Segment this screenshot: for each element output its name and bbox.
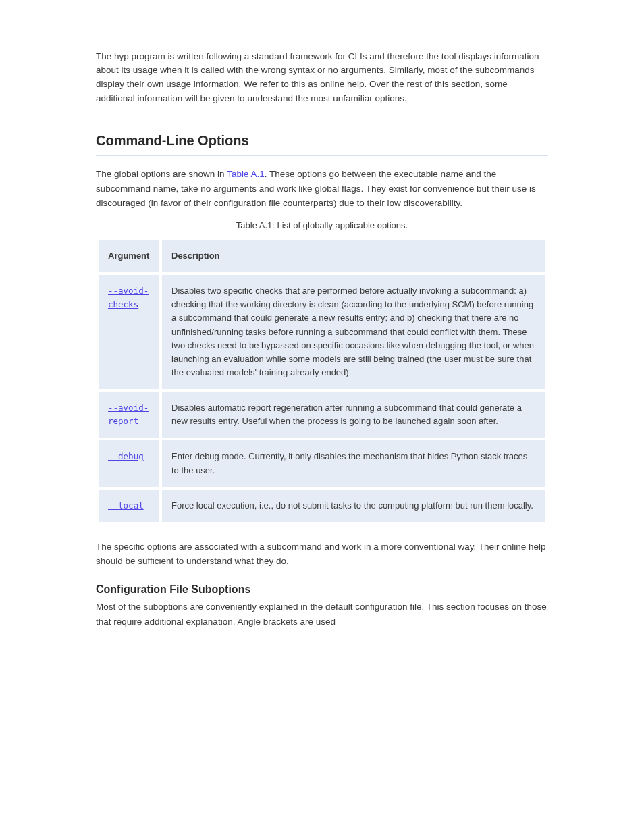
global-options-table: Argument Description --avoid-checks Disa… <box>96 237 548 525</box>
global-options-pre: The global options are shown in <box>96 169 227 179</box>
cell-description: Disables automatic report regeneration a… <box>162 392 545 438</box>
table-row: --local Force local execution, i.e., do … <box>99 490 545 522</box>
cell-argument: --local <box>99 490 159 522</box>
global-options-paragraph: The global options are shown in Table A.… <box>96 167 548 211</box>
option-avoid-report[interactable]: --avoid-report <box>108 402 149 426</box>
cell-description: Enter debug mode. Currently, it only dis… <box>162 440 545 486</box>
cell-description: Force local execution, i.e., do not subm… <box>162 490 545 522</box>
page-content: The hyp program is written following a s… <box>96 0 548 692</box>
conf-suboptions-paragraph: Most of the suboptions are conveniently … <box>96 600 548 629</box>
option-debug[interactable]: --debug <box>108 451 144 461</box>
heading-conf-suboptions: Configuration File Suboptions <box>96 583 548 596</box>
col-header-description: Description <box>162 240 545 272</box>
col-header-argument: Argument <box>99 240 159 272</box>
table-a1-link[interactable]: Table A.1 <box>227 169 265 179</box>
intro-paragraph: The hyp program is written following a s… <box>96 50 548 107</box>
table-header-row: Argument Description <box>99 240 545 272</box>
table-row: --avoid-report Disables automatic report… <box>99 392 545 438</box>
heading-cli-options: Command-Line Options <box>96 133 548 156</box>
table-row: --avoid-checks Disables two specific che… <box>99 275 545 389</box>
specific-options-paragraph: The specific options are associated with… <box>96 540 548 569</box>
option-local[interactable]: --local <box>108 500 144 511</box>
cell-description: Disables two specific checks that are pe… <box>162 275 545 389</box>
option-avoid-checks[interactable]: --avoid-checks <box>108 286 149 309</box>
cell-argument: --avoid-report <box>99 392 159 438</box>
cell-argument: --avoid-checks <box>99 275 159 389</box>
table-row: --debug Enter debug mode. Currently, it … <box>99 440 545 486</box>
table-caption: Table A.1: List of globally applicable o… <box>96 220 548 230</box>
cell-argument: --debug <box>99 440 159 486</box>
